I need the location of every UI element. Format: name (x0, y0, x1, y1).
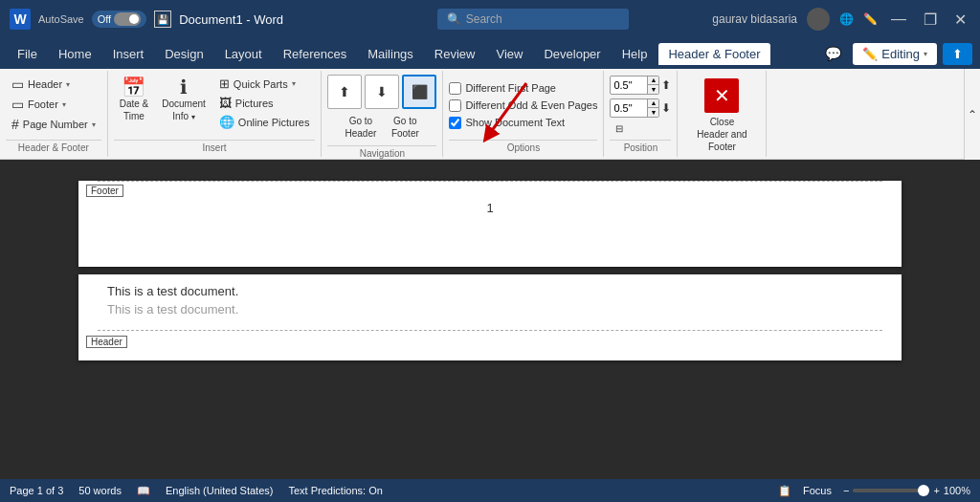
ribbon-group-close: ✕ Close Header and Footer Close (678, 71, 767, 157)
menu-references[interactable]: References (274, 43, 356, 65)
date-time-button[interactable]: 📅 Date & Time (114, 75, 155, 124)
nav-icon-2[interactable]: ⬇ (365, 75, 399, 109)
goto-header-label: Go to (349, 116, 372, 126)
header-position-btns: ▲ ▼ (647, 76, 658, 94)
word-logo: W (10, 9, 31, 30)
ribbon: ▭ Header ▾ ▭ Footer ▾ # Page Number ▾ He… (0, 69, 980, 160)
position-group-label: Position (610, 140, 671, 155)
autosave-toggle-switch[interactable] (114, 12, 141, 26)
zoom-out-button[interactable]: − (843, 485, 849, 496)
online-pictures-button[interactable]: 🌐 Online Pictures (213, 113, 316, 131)
autosave-toggle[interactable]: Off (92, 11, 146, 28)
menu-home[interactable]: Home (49, 43, 101, 65)
ribbon-group-navigation: ⬆ ⬇ ⬛ Go to Header Go to Footer Navigati… (322, 71, 443, 157)
nav-icon-3[interactable]: ⬛ (402, 75, 436, 109)
search-placeholder: Search (466, 12, 502, 26)
search-bar[interactable]: 🔍 Search (437, 9, 629, 30)
date-time-label: Date & (120, 98, 149, 109)
document-title: Document1 - Word (179, 12, 283, 27)
online-pictures-label: Online Pictures (238, 117, 310, 128)
insert-alignment-tab-button[interactable]: ⊟ (610, 121, 629, 136)
editing-dropdown-arrow: ▾ (924, 50, 927, 58)
header-dropdown: ▾ (66, 80, 70, 89)
menu-help[interactable]: Help (612, 43, 657, 65)
minimize-button[interactable]: — (887, 11, 910, 28)
close-header-footer-label: Close Header and Footer (693, 116, 750, 153)
save-icon[interactable]: 💾 (154, 11, 171, 28)
goto-footer-button[interactable]: Go to Footer (385, 113, 425, 142)
footer-label: Footer (28, 98, 58, 110)
quick-parts-dropdown: ▾ (292, 79, 296, 88)
ribbon-group-header-footer-content: ▭ Header ▾ ▭ Footer ▾ # Page Number ▾ (6, 73, 101, 138)
focus-button[interactable]: Focus (803, 485, 832, 496)
page-content[interactable]: This is a test document. This is a test … (78, 274, 902, 326)
zoom-control: − + 100% (843, 485, 970, 496)
header-position-row: ▲ ▼ ⬆ (610, 76, 671, 95)
document-info-button[interactable]: ℹ Document Info ▾ (156, 75, 212, 124)
goto-footer-label2: Footer (391, 128, 419, 139)
pictures-button[interactable]: 🖼 Pictures (213, 94, 316, 112)
footer-position-down[interactable]: ▼ (647, 108, 658, 117)
footer-position-spinner[interactable]: ▲ ▼ (610, 98, 659, 118)
zoom-in-button[interactable]: + (933, 485, 939, 496)
footer-position-input[interactable] (611, 101, 647, 115)
position-icon-top: ⬆ (661, 78, 671, 92)
header-footer-group-label: Header & Footer (6, 140, 101, 155)
menu-mailings[interactable]: Mailings (358, 43, 423, 65)
footer-position-row: ▲ ▼ ⬇ (610, 98, 671, 118)
zoom-level: 100% (944, 485, 970, 496)
show-document-text-option[interactable]: Show Document Text (449, 116, 565, 130)
autosave-off-label: Off (98, 13, 111, 25)
search-icon: 🔍 (447, 12, 461, 26)
show-document-text-checkbox[interactable] (449, 117, 461, 129)
status-bar: Page 1 of 3 50 words 📖 English (United S… (0, 479, 980, 502)
options-group-label: Options (449, 140, 597, 155)
zoom-slider[interactable] (853, 489, 929, 492)
ribbon-group-insert-content: 📅 Date & Time ℹ Document Info ▾ ⊞ Quick … (114, 73, 316, 138)
menu-developer[interactable]: Developer (534, 43, 610, 65)
pencil-icon: ✏️ (862, 47, 878, 61)
footer-position-up[interactable]: ▲ (647, 99, 658, 108)
close-button[interactable]: ✕ (950, 11, 970, 29)
ribbon-collapse-button[interactable]: ⌃ (964, 69, 980, 160)
header-position-spinner[interactable]: ▲ ▼ (610, 76, 659, 95)
document-info-icon: ℹ (180, 77, 188, 97)
menu-design[interactable]: Design (155, 43, 212, 65)
different-first-page-checkbox[interactable] (449, 82, 461, 95)
ribbon-group-insert: 📅 Date & Time ℹ Document Info ▾ ⊞ Quick … (108, 71, 323, 157)
header-button[interactable]: ▭ Header ▾ (6, 75, 101, 94)
navigation-group-label: Navigation (327, 145, 436, 161)
title-bar-center: 🔍 Search (361, 9, 704, 30)
different-odd-even-checkbox[interactable] (449, 99, 461, 112)
footer-button[interactable]: ▭ Footer ▾ (6, 95, 101, 114)
user-avatar[interactable] (807, 8, 830, 31)
header-position-up[interactable]: ▲ (647, 76, 658, 85)
ribbon-group-close-content: ✕ Close Header and Footer (683, 73, 760, 159)
document-area: Footer 1 This is a test document. This i… (0, 160, 980, 479)
comment-button[interactable]: 💬 (819, 42, 847, 65)
language: English (United States) (166, 485, 274, 496)
nav-icon-1[interactable]: ⬆ (327, 75, 362, 109)
alignment-icon: ⊟ (615, 123, 623, 134)
menu-layout[interactable]: Layout (215, 43, 272, 65)
page-number-label: Page Number (23, 119, 88, 130)
close-header-footer-button[interactable]: ✕ Close Header and Footer (683, 75, 760, 157)
header-position-down[interactable]: ▼ (647, 85, 658, 94)
menu-header-footer[interactable]: Header & Footer (658, 43, 769, 65)
menu-review[interactable]: Review (425, 43, 485, 65)
document-page-2: This is a test document. This is a test … (78, 274, 902, 360)
menu-file[interactable]: File (8, 43, 47, 65)
page-number-button[interactable]: # Page Number ▾ (6, 115, 101, 134)
different-first-page-option[interactable]: Different First Page (449, 81, 556, 96)
editing-button[interactable]: ✏️ Editing ▾ (853, 43, 937, 65)
different-odd-even-option[interactable]: Different Odd & Even Pages (449, 98, 597, 113)
quick-parts-button[interactable]: ⊞ Quick Parts ▾ (213, 75, 316, 93)
pictures-icon: 🖼 (219, 96, 232, 110)
header-position-input[interactable] (611, 78, 647, 92)
share-button[interactable]: ⬆ (943, 43, 972, 65)
menu-insert[interactable]: Insert (103, 43, 154, 65)
menu-view[interactable]: View (486, 43, 532, 65)
ribbon-group-options-content: Different First Page Different Odd & Eve… (449, 73, 597, 138)
goto-header-button[interactable]: Go to Header (340, 113, 383, 142)
restore-button[interactable]: ❐ (920, 11, 941, 29)
